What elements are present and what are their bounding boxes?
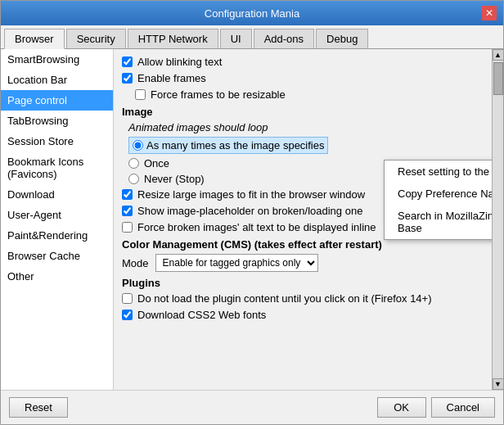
bottom-bar: Reset OK Cancel [1, 390, 503, 424]
enable-frames-label: Enable frames [137, 72, 206, 84]
enable-frames-row: Enable frames [122, 72, 484, 84]
reset-button[interactable]: Reset [9, 397, 68, 418]
resize-images-checkbox[interactable] [122, 189, 133, 200]
sidebar-item-browsercache[interactable]: Browser Cache [1, 246, 113, 266]
force-alt-label: Force broken images' alt text to be disp… [137, 221, 376, 233]
sidebar-item-smartbrowsing[interactable]: SmartBrowsing [1, 49, 113, 70]
sidebar: SmartBrowsing Location Bar Page control … [1, 49, 114, 390]
force-frames-row: Force frames to be resizable [135, 88, 484, 101]
show-placeholder-checkbox[interactable] [122, 206, 133, 216]
enable-frames-checkbox[interactable] [122, 73, 133, 84]
context-search[interactable]: Search in MozillaZine Knowledge Base [385, 205, 492, 239]
cancel-button[interactable]: Cancel [431, 397, 495, 418]
force-frames-label: Force frames to be resizable [151, 88, 286, 101]
color-section-label: Color Management (CMS) (takes effect aft… [122, 238, 484, 251]
tab-debug[interactable]: Debug [316, 29, 368, 48]
sidebar-item-other[interactable]: Other [1, 266, 113, 287]
title-bar: Configuration Mania ✕ [1, 1, 503, 25]
resize-images-label: Resize large images to fit in the browse… [137, 188, 365, 201]
scroll-down-button[interactable]: ▼ [493, 378, 504, 390]
ok-cancel-group: OK Cancel [377, 397, 495, 418]
image-section-label: Image [122, 106, 484, 118]
download-css2-label: Download CSS2 Web fonts [137, 309, 266, 321]
scroll-up-button[interactable]: ▲ [493, 49, 504, 61]
plugins-section-label: Plugins [122, 277, 484, 289]
context-reset[interactable]: Reset setting to the default value [385, 161, 492, 183]
close-button[interactable]: ✕ [482, 6, 497, 20]
content-area: SmartBrowsing Location Bar Page control … [1, 49, 503, 390]
sidebar-item-paintrendering[interactable]: Paint&Rendering [1, 225, 113, 246]
sidebar-item-tabbrowsing[interactable]: TabBrowsing [1, 111, 113, 131]
radio-once[interactable] [128, 158, 139, 169]
radio-as-many-row: As many times as the image specifies [128, 137, 484, 154]
tab-bar: Browser Security HTTP Network UI Add-ons… [1, 25, 503, 49]
animated-label: Animated images should loop [128, 121, 484, 133]
mode-row: Mode Enable for tagged graphics only Dis… [122, 254, 484, 272]
window-title: Configuration Mania [22, 7, 482, 20]
sidebar-item-bookmarkicons[interactable]: Bookmark Icons (Favicons) [1, 151, 113, 184]
tab-browser[interactable]: Browser [4, 29, 65, 49]
sidebar-item-sessionstore[interactable]: Session Store [1, 131, 113, 151]
context-menu: Reset setting to the default value Copy … [384, 160, 492, 240]
tab-http-network[interactable]: HTTP Network [128, 29, 218, 48]
radio-as-many[interactable] [133, 140, 143, 151]
allow-blinking-row: Allow blinking text [122, 56, 484, 68]
context-copy[interactable]: Copy Preference Name [385, 183, 492, 205]
scroll-thumb[interactable] [493, 62, 503, 95]
main-window: Configuration Mania ✕ Browser Security H… [0, 0, 504, 425]
allow-blinking-label: Allow blinking text [137, 56, 222, 68]
no-plugin-checkbox[interactable] [122, 293, 133, 304]
mode-label: Mode [122, 257, 149, 269]
force-frames-checkbox[interactable] [135, 89, 146, 100]
sidebar-item-locationbar[interactable]: Location Bar [1, 70, 113, 90]
ok-button[interactable]: OK [377, 397, 426, 418]
radio-never[interactable] [128, 174, 139, 184]
radio-as-many-highlight: As many times as the image specifies [128, 137, 328, 154]
mode-select[interactable]: Enable for tagged graphics only Disable … [155, 254, 318, 272]
no-plugin-row: Do not load the plugin content until you… [122, 292, 484, 305]
radio-as-many-label: As many times as the image specifies [146, 139, 324, 151]
scrollbar: ▲ ▼ [492, 49, 503, 390]
tab-ui[interactable]: UI [220, 29, 252, 48]
tab-security[interactable]: Security [66, 29, 126, 48]
sidebar-item-pagecontrol[interactable]: Page control [1, 90, 113, 111]
no-plugin-label: Do not load the plugin content until you… [137, 292, 432, 305]
sidebar-item-useragent[interactable]: User-Agent [1, 205, 113, 225]
radio-never-label: Never (Stop) [144, 173, 205, 185]
tab-addons[interactable]: Add-ons [254, 29, 314, 48]
download-css2-row: Download CSS2 Web fonts [122, 309, 484, 321]
show-placeholder-label: Show image-placeholder on broken/loading… [137, 205, 362, 217]
allow-blinking-checkbox[interactable] [122, 57, 133, 67]
sidebar-item-download[interactable]: Download [1, 184, 113, 205]
main-panel: Allow blinking text Enable frames Force … [114, 49, 492, 390]
radio-once-label: Once [144, 157, 169, 170]
download-css2-checkbox[interactable] [122, 310, 133, 320]
force-alt-checkbox[interactable] [122, 222, 133, 233]
